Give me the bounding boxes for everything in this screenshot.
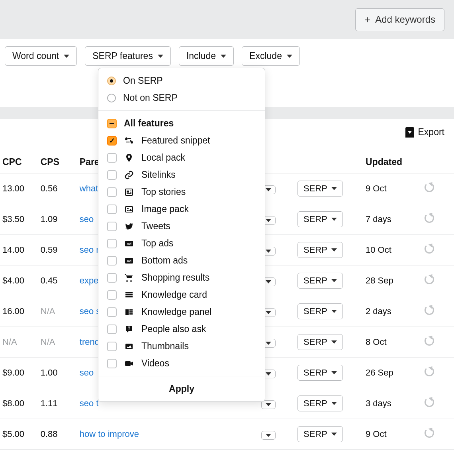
feature-option-shopping[interactable]: Shopping results <box>107 269 256 286</box>
chevron-down-icon <box>331 279 337 282</box>
refresh-icon[interactable] <box>425 336 434 346</box>
svg-point-0 <box>125 138 127 140</box>
featured-snippet-icon <box>124 136 134 146</box>
filter-word-count[interactable]: Word count <box>5 46 77 66</box>
serp-button[interactable]: SERP <box>297 426 343 442</box>
chevron-down-icon <box>266 219 271 222</box>
serp-button[interactable]: SERP <box>297 395 343 411</box>
filter-serp-features[interactable]: SERP features <box>85 46 171 66</box>
cell-updated: 26 Sep <box>363 358 422 388</box>
svg-rect-19 <box>129 313 133 315</box>
svg-text:Ad: Ad <box>127 242 131 246</box>
cell-cps: 1.09 <box>38 204 77 235</box>
feature-option-local-pack[interactable]: Local pack <box>107 149 256 166</box>
cell-cpc: $5.00 <box>0 419 38 450</box>
chevron-down-icon <box>266 434 271 437</box>
feature-option-knowledge-panel[interactable]: Knowledge panel <box>107 303 256 321</box>
refresh-icon[interactable] <box>425 397 434 407</box>
feature-option-featured-snippet[interactable]: Featured snippet <box>107 132 256 149</box>
export-button[interactable]: Export <box>405 127 444 138</box>
videos-icon <box>124 358 134 369</box>
checkbox-icon <box>107 273 117 283</box>
feature-label: Tweets <box>141 221 256 232</box>
feature-label: Image pack <box>141 204 256 214</box>
cell-updated: 3 days <box>363 388 422 419</box>
serp-button[interactable]: SERP <box>297 365 343 381</box>
feature-option-people-also-ask[interactable]: ?People also ask <box>107 321 256 338</box>
feature-option-top-ads[interactable]: AdTop ads <box>107 235 256 252</box>
cell-updated: 2 days <box>363 296 422 327</box>
feature-label: Sitelinks <box>141 169 256 180</box>
feature-option-knowledge-card[interactable]: Knowledge card <box>107 286 256 303</box>
cell-cpc: N/A <box>0 327 38 358</box>
refresh-icon[interactable] <box>425 305 434 315</box>
refresh-icon[interactable] <box>425 275 434 284</box>
cell-updated: 8 Oct <box>363 327 422 358</box>
cell-cpc: $9.00 <box>0 358 38 388</box>
cell-cpc: $3.50 <box>0 204 38 235</box>
filter-include[interactable]: Include <box>179 46 234 66</box>
sitelinks-icon <box>124 170 134 180</box>
feature-option-videos[interactable]: Videos <box>107 355 256 372</box>
chevron-down-icon <box>331 187 337 190</box>
apply-button[interactable]: Apply <box>98 376 265 401</box>
row-dropdown[interactable] <box>261 431 276 440</box>
cell-cps: 0.56 <box>38 173 77 204</box>
radio-on-icon <box>107 77 116 85</box>
feature-label: Top ads <box>141 238 256 249</box>
feature-option-sitelinks[interactable]: Sitelinks <box>107 166 256 183</box>
feature-label: Bottom ads <box>141 255 256 266</box>
tweets-icon <box>124 221 134 232</box>
col-updated[interactable]: Updated <box>363 151 422 173</box>
serp-button[interactable]: SERP <box>297 211 343 227</box>
feature-option-bottom-ads[interactable]: AdBottom ads <box>107 252 256 269</box>
chevron-down-icon <box>331 340 337 344</box>
feature-option-tweets[interactable]: Tweets <box>107 218 256 235</box>
refresh-icon[interactable] <box>425 244 434 254</box>
radio-off-icon <box>107 94 116 102</box>
feature-option-top-stories[interactable]: Top stories <box>107 183 256 201</box>
table-row: $5.000.88how to improveSERP9 Oct <box>0 419 454 450</box>
svg-rect-16 <box>125 309 129 315</box>
refresh-icon[interactable] <box>425 428 434 438</box>
feature-option-image-pack[interactable]: Image pack <box>107 201 256 218</box>
refresh-icon[interactable] <box>425 183 434 192</box>
feature-label: Top stories <box>141 187 256 197</box>
serp-button[interactable]: SERP <box>297 303 343 319</box>
refresh-icon[interactable] <box>425 213 434 223</box>
cell-parent-link[interactable]: how to improve <box>77 419 259 450</box>
feature-option-thumbnails[interactable]: Thumbnails <box>107 338 256 355</box>
chevron-down-icon <box>266 250 271 253</box>
serp-button[interactable]: SERP <box>297 242 343 258</box>
serp-button[interactable]: SERP <box>297 273 343 289</box>
serp-features-popover: On SERP Not on SERP All features Feature… <box>98 68 265 402</box>
refresh-icon[interactable] <box>425 367 434 376</box>
checkbox-icon <box>107 153 117 163</box>
checkbox-icon <box>107 290 117 300</box>
filter-exclude[interactable]: Exclude <box>242 46 300 66</box>
add-keywords-button[interactable]: + Add keywords <box>355 8 444 31</box>
option-on-serp[interactable]: On SERP <box>107 72 256 89</box>
svg-rect-21 <box>125 344 133 349</box>
col-cpc[interactable]: CPC <box>0 151 38 173</box>
cell-updated: 9 Oct <box>363 419 422 450</box>
knowledge-card-icon <box>124 290 134 300</box>
serp-button[interactable]: SERP <box>297 181 343 197</box>
chevron-down-icon <box>331 371 337 374</box>
svg-text:?: ? <box>128 326 130 330</box>
option-not-on-serp[interactable]: Not on SERP <box>107 89 256 106</box>
svg-rect-15 <box>125 296 133 297</box>
option-all-features[interactable]: All features <box>107 115 256 132</box>
svg-rect-14 <box>125 294 133 295</box>
feature-label: Shopping results <box>141 272 256 283</box>
col-cps[interactable]: CPS <box>38 151 77 173</box>
svg-point-1 <box>131 141 133 144</box>
cell-cps: 0.59 <box>38 235 77 266</box>
chevron-down-icon <box>331 433 337 436</box>
filter-label: SERP features <box>92 51 153 61</box>
svg-rect-17 <box>129 309 133 311</box>
chevron-down-icon <box>266 342 271 345</box>
serp-button[interactable]: SERP <box>297 334 343 350</box>
chevron-down-icon <box>266 311 271 314</box>
chevron-down-icon <box>331 402 337 405</box>
